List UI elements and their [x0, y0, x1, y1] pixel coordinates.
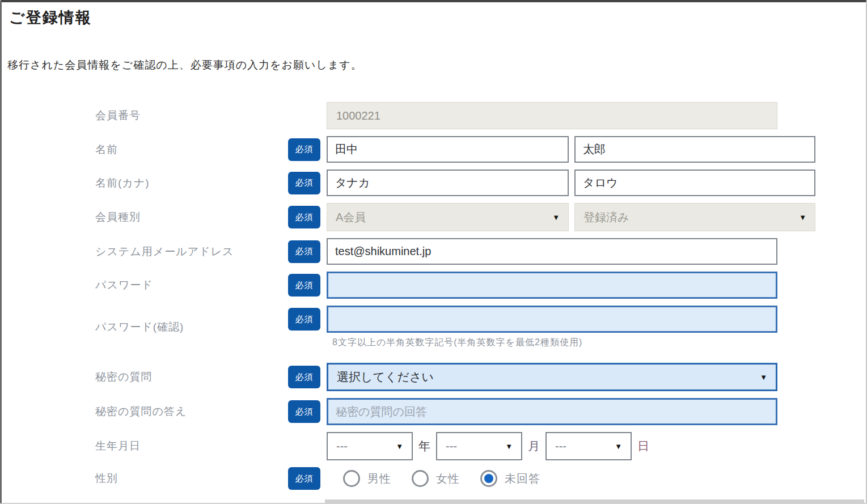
member-type-value: A会員: [336, 210, 366, 225]
badge-spacer: [288, 435, 320, 458]
gender-option-male[interactable]: 男性: [343, 470, 391, 487]
gender-option-female[interactable]: 女性: [412, 470, 460, 487]
last-name-input[interactable]: [327, 136, 569, 163]
secret-question-label: 秘密の質問: [95, 370, 288, 384]
birth-day-value: ---: [555, 440, 566, 453]
member-type-select: A会員 ▼: [327, 203, 569, 231]
row-gender: 性別 必須 男性 女性: [2, 467, 866, 490]
registration-form: 会員番号 名前 必須: [2, 102, 866, 490]
birth-month-select[interactable]: --- ▼: [436, 432, 522, 460]
required-badge: 必須: [288, 274, 320, 297]
gender-noanswer-label: 未回答: [505, 471, 540, 486]
first-name-kana-input[interactable]: [574, 170, 815, 196]
required-badge: 必須: [288, 138, 320, 161]
badge-spacer: [288, 104, 320, 127]
chevron-down-icon: ▼: [505, 442, 513, 451]
birth-year-value: ---: [336, 440, 348, 453]
password-input[interactable]: [327, 272, 777, 299]
birth-year-select[interactable]: --- ▼: [327, 432, 413, 460]
secret-answer-input[interactable]: [327, 398, 777, 425]
member-status-select: 登録済み ▼: [574, 203, 815, 231]
last-name-kana-input[interactable]: [327, 170, 569, 196]
gender-label: 性別: [95, 471, 288, 486]
gender-radio-group: 男性 女性 未回答: [327, 470, 540, 487]
email-label: システム用メールアドレス: [95, 244, 288, 259]
email-input[interactable]: [327, 238, 777, 265]
name-kana-label: 名前(カナ): [95, 176, 288, 190]
page-description: 移行された会員情報をご確認の上、必要事項の入力をお願いします。: [7, 58, 866, 73]
chevron-down-icon: ▼: [552, 213, 560, 222]
row-member-type: 会員種別 必須 A会員 ▼ 登録済み ▼: [2, 203, 866, 231]
day-unit-label: 日: [637, 438, 649, 454]
first-name-input[interactable]: [574, 136, 815, 163]
next-field-edge: [325, 499, 864, 503]
chevron-down-icon: ▼: [760, 373, 767, 382]
radio-female-icon[interactable]: [412, 470, 429, 487]
required-badge: 必須: [288, 366, 320, 388]
row-password: パスワード 必須: [2, 272, 866, 299]
required-badge: 必須: [288, 240, 320, 263]
required-badge: 必須: [288, 400, 320, 423]
page-title: ご登録情報: [9, 7, 866, 28]
row-name: 名前 必須: [2, 136, 866, 163]
radio-noanswer-icon[interactable]: [480, 470, 497, 487]
password-confirm-input[interactable]: [327, 306, 777, 333]
password-label: パスワード: [95, 278, 288, 293]
required-badge: 必須: [288, 206, 320, 228]
required-badge: 必須: [288, 172, 320, 194]
row-email: システム用メールアドレス 必須: [2, 238, 866, 265]
name-label: 名前: [95, 142, 288, 157]
birth-date-label: 生年月日: [95, 439, 288, 454]
member-number-field: [327, 102, 777, 129]
registration-page: ご登録情報 移行された会員情報をご確認の上、必要事項の入力をお願いします。 会員…: [0, 0, 867, 504]
gender-option-noanswer[interactable]: 未回答: [480, 470, 540, 487]
required-badge: 必須: [288, 308, 320, 331]
year-unit-label: 年: [418, 438, 430, 454]
birth-month-value: ---: [446, 440, 457, 453]
row-password-confirm: パスワード(確認) 必須 8文字以上の半角英数字記号(半角英数字を最低2種類使用…: [2, 306, 866, 349]
chevron-down-icon: ▼: [799, 213, 806, 222]
chevron-down-icon: ▼: [615, 442, 622, 451]
row-secret-answer: 秘密の質問の答え 必須: [2, 398, 866, 425]
gender-female-label: 女性: [436, 471, 460, 486]
gender-male-label: 男性: [367, 471, 391, 486]
secret-question-value: 選択してください: [337, 369, 434, 385]
row-birth-date: 生年月日 --- ▼ 年 --- ▼ 月: [2, 432, 866, 460]
password-confirm-label: パスワード(確認): [95, 320, 288, 334]
member-number-label: 会員番号: [95, 108, 288, 123]
required-badge: 必須: [288, 467, 320, 490]
password-rule-hint: 8文字以上の半角英数字記号(半角英数字を最低2種類使用): [332, 337, 777, 349]
row-name-kana: 名前(カナ) 必須: [2, 170, 866, 196]
member-status-value: 登録済み: [583, 210, 629, 225]
chevron-down-icon: ▼: [396, 442, 403, 451]
birth-day-select[interactable]: --- ▼: [545, 432, 632, 460]
radio-male-icon[interactable]: [343, 470, 360, 487]
member-type-label: 会員種別: [95, 210, 288, 225]
secret-answer-label: 秘密の質問の答え: [95, 404, 288, 419]
month-unit-label: 月: [528, 438, 540, 454]
secret-question-select[interactable]: 選択してください ▼: [327, 363, 777, 391]
row-member-number: 会員番号: [2, 102, 866, 129]
row-secret-question: 秘密の質問 必須 選択してください ▼: [2, 363, 866, 391]
